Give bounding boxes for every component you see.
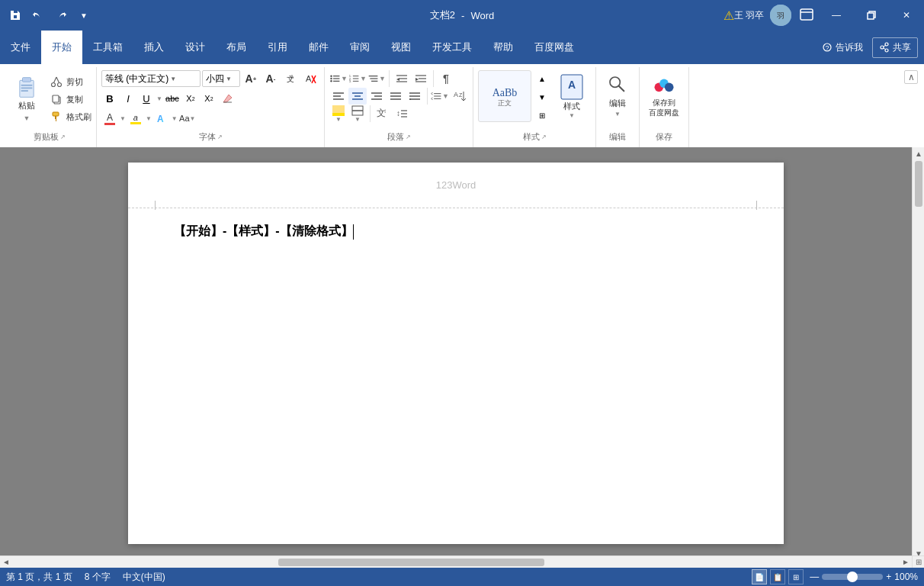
italic-button[interactable]: I <box>120 90 136 107</box>
save-content: 保存到百度网盘 <box>643 69 685 130</box>
styles-more[interactable]: ⊞ <box>533 107 551 124</box>
font-color-button[interactable]: A <box>101 110 118 127</box>
copy-label: 复制 <box>66 94 83 105</box>
styles-expand-icon[interactable]: ↗ <box>541 134 547 140</box>
multilevel-list-button[interactable]: ▼ <box>367 70 386 87</box>
font-size-selector[interactable]: 小四 ▼ <box>202 70 240 87</box>
page-body[interactable]: 【开始】-【样式】-【清除格式】 <box>128 208 784 255</box>
menu-file[interactable]: 文件 <box>0 31 41 64</box>
menu-home[interactable]: 开始 <box>41 31 82 64</box>
decrease-indent-button[interactable] <box>393 70 411 87</box>
superscript-button[interactable]: X2 <box>201 90 217 107</box>
menu-insert[interactable]: 插入 <box>133 31 175 64</box>
sort2-button[interactable]: ↕ <box>393 105 411 122</box>
user-avatar[interactable]: 羽 <box>770 5 791 26</box>
menu-developer[interactable]: 开发工具 <box>422 31 483 64</box>
justify-button[interactable] <box>387 88 405 105</box>
copy-button[interactable] <box>47 91 66 108</box>
vertical-scrollbar[interactable]: ▲ ▼ <box>912 147 924 559</box>
format-painter-label: 格式刷 <box>66 111 91 123</box>
strikethrough-button[interactable]: abc <box>164 90 181 107</box>
bold-button[interactable]: B <box>101 90 118 107</box>
save-icon[interactable] <box>6 6 24 24</box>
subscript-button[interactable]: X2 <box>182 90 199 107</box>
customize-qa-icon[interactable]: ▼ <box>75 6 93 24</box>
view-read-button[interactable]: ⊞ <box>788 569 804 584</box>
document-area[interactable]: 123Word 【开始】-【样式】-【清除格式】 <box>0 147 912 559</box>
zoom-in-button[interactable]: + <box>886 572 891 582</box>
shading-button[interactable]: ▼ <box>329 105 348 122</box>
ribbon-collapse-button[interactable]: ∧ <box>904 70 918 84</box>
scroll-corner[interactable]: ⊞ <box>912 556 924 568</box>
chinese-layout-button[interactable]: 文↕ <box>374 105 392 122</box>
underline-button[interactable]: U <box>138 90 155 107</box>
horizontal-scrollbar[interactable]: ◄ ► ⊞ <box>0 555 924 568</box>
clipboard-expand-icon[interactable]: ↗ <box>60 134 66 140</box>
numbered-list-button[interactable]: 1.2.3. ▼ <box>348 70 367 87</box>
ribbon-group-font: 等线 (中文正文) ▼ 小四 ▼ A+ A- 文ā A <box>97 67 325 147</box>
ribbon-group-paragraph: ▼ 1.2.3. ▼ ▼ <box>325 67 473 147</box>
styles-scroll-up[interactable]: ▲ <box>533 70 551 87</box>
save-baidu-button[interactable]: 保存到百度网盘 <box>644 70 684 121</box>
scroll-up-arrow[interactable]: ▲ <box>913 147 924 159</box>
editing-button[interactable]: 编辑 ▼ <box>601 70 634 121</box>
zoom-out-button[interactable]: — <box>810 572 819 582</box>
font-name-selector[interactable]: 等线 (中文正文) ▼ <box>101 70 201 87</box>
scroll-left-arrow[interactable]: ◄ <box>0 556 12 568</box>
bullet-list-button[interactable]: ▼ <box>329 70 348 87</box>
undo-icon[interactable] <box>29 6 47 24</box>
format-painter-button[interactable] <box>47 108 66 125</box>
char-spacing-button[interactable]: Aa▼ <box>179 110 196 127</box>
styles-preview[interactable]: AaBb 正文 <box>478 70 531 122</box>
view-web-button[interactable]: 📋 <box>770 569 785 584</box>
clear-format-button[interactable]: A <box>301 70 319 87</box>
distribute-button[interactable] <box>406 88 424 105</box>
view-print-button[interactable]: 📄 <box>752 569 767 584</box>
hscroll-thumb[interactable] <box>278 559 544 566</box>
scroll-thumb[interactable] <box>915 161 922 207</box>
minimize-button[interactable]: — <box>819 0 854 31</box>
font-expand-icon[interactable]: ↗ <box>217 134 223 140</box>
sort-button[interactable]: AZ <box>450 88 468 105</box>
page: 123Word 【开始】-【样式】-【清除格式】 <box>128 163 784 544</box>
menu-view[interactable]: 视图 <box>380 31 422 64</box>
erase-format-button[interactable] <box>219 90 236 107</box>
borders-button[interactable]: ▼ <box>348 105 367 122</box>
styles-scroll-down[interactable]: ▼ <box>533 89 551 105</box>
menu-references[interactable]: 引用 <box>257 31 298 64</box>
phonetic-button[interactable]: 文ā <box>281 70 300 87</box>
increase-indent-button[interactable] <box>412 70 430 87</box>
text-effect-button[interactable]: A <box>153 110 170 127</box>
increase-font-button[interactable]: A+ <box>242 70 260 87</box>
tell-me-button[interactable]: ? 告诉我 <box>816 38 869 57</box>
zoom-slider[interactable] <box>822 574 883 580</box>
align-center-button[interactable] <box>348 88 367 105</box>
show-marks-button[interactable]: ¶ <box>437 70 455 87</box>
font-content: 等线 (中文正文) ▼ 小四 ▼ A+ A- 文ā A <box>100 69 321 130</box>
styles-button[interactable]: A 样式 ▼ <box>553 70 591 122</box>
scroll-right-arrow[interactable]: ► <box>900 556 912 568</box>
menu-mail[interactable]: 邮件 <box>298 31 339 64</box>
document-content[interactable]: 【开始】-【样式】-【清除格式】 <box>174 224 738 240</box>
decrease-font-button[interactable]: A- <box>261 70 280 87</box>
menu-help[interactable]: 帮助 <box>483 31 524 64</box>
cut-button[interactable] <box>47 73 66 90</box>
menu-baidunet[interactable]: 百度网盘 <box>524 31 585 64</box>
menu-review[interactable]: 审阅 <box>339 31 380 64</box>
team-icon[interactable] <box>794 3 819 27</box>
redo-icon[interactable] <box>52 6 70 24</box>
line-spacing-button[interactable]: ▼ <box>431 88 449 105</box>
menu-layout[interactable]: 布局 <box>216 31 257 64</box>
menu-toolbox[interactable]: 工具箱 <box>82 31 133 64</box>
align-right-button[interactable] <box>367 88 386 105</box>
close-button[interactable]: ✕ <box>889 0 924 31</box>
highlight-color-button[interactable]: a <box>127 110 144 127</box>
paragraph-expand-icon[interactable]: ↗ <box>406 134 411 140</box>
align-left-button[interactable] <box>329 88 348 105</box>
menu-design[interactable]: 设计 <box>175 31 216 64</box>
svg-text:A: A <box>454 91 458 98</box>
styles-group-label: 样式 ↗ <box>476 130 592 146</box>
share-button[interactable]: 共享 <box>872 37 918 58</box>
restore-button[interactable] <box>854 0 889 31</box>
paste-button[interactable]: 粘贴 ▼ <box>8 70 46 124</box>
